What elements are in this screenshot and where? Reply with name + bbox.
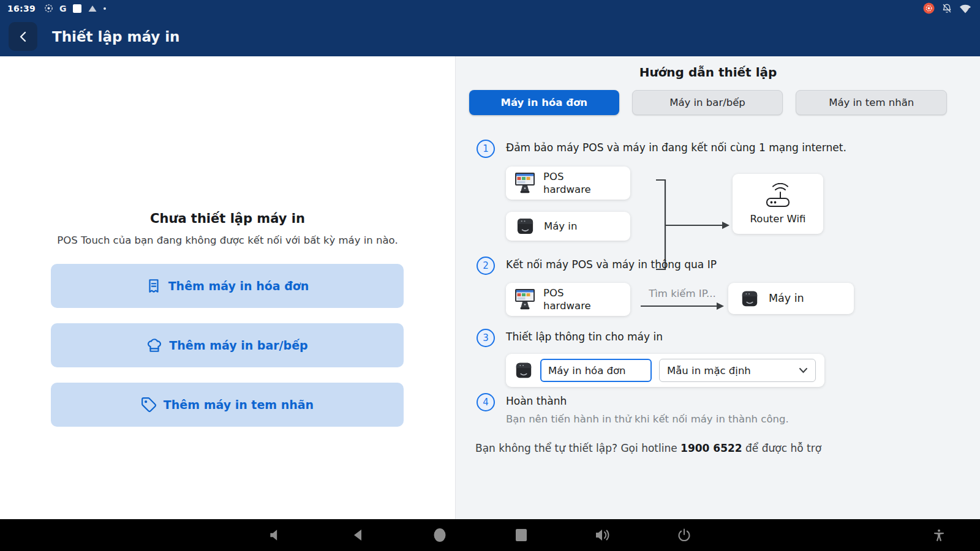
svg-text:4: 4 — [968, 7, 971, 12]
tab-label-printer[interactable]: Máy in tem nhãn — [796, 90, 947, 115]
find-ip-label: Tìm kiếm IP... — [639, 288, 725, 299]
printer-label: Máy in — [769, 292, 804, 305]
upload-triangle-icon — [88, 5, 97, 12]
pos-hardware-label: POS hardware — [543, 170, 611, 196]
no-printer-panel: Chưa thiết lập máy in POS Touch của bạn … — [0, 56, 455, 519]
printer-card: Máy in — [506, 212, 630, 241]
router-icon — [764, 183, 792, 209]
step-2-number: 2 — [477, 257, 495, 275]
setup-guide-panel: Hướng dẫn thiết lập Máy in hóa đơn Máy i… — [455, 56, 980, 519]
hotline-prefix: Bạn không thể tự thiết lập? Gọi hotline — [475, 442, 680, 454]
step-3-number: 3 — [477, 329, 495, 347]
pos-terminal-image — [514, 172, 535, 194]
pos-terminal-image — [514, 288, 535, 310]
clock: 16:39 — [7, 4, 36, 13]
printer-type-tabs: Máy in hóa đơn Máy in bar/bếp Máy in tem… — [469, 90, 947, 115]
tab-receipt-printer[interactable]: Máy in hóa đơn — [469, 90, 619, 115]
volume-up-button[interactable] — [594, 527, 611, 543]
select-value: Mẫu in mặc định — [667, 365, 751, 377]
app-header: Thiết lập máy in — [0, 17, 980, 56]
printer-label: Máy in — [544, 220, 577, 233]
home-button[interactable] — [432, 527, 447, 543]
back-button[interactable] — [9, 22, 37, 51]
wifi-icon: 4 — [959, 4, 971, 13]
add-label-printer-button[interactable]: Thêm máy in tem nhãn — [51, 383, 404, 427]
android-nav-bar — [0, 519, 980, 551]
router-wifi-label: Router Wifi — [750, 212, 806, 225]
step-4-text: Hoàn thành — [506, 395, 567, 407]
printer-image — [514, 361, 533, 380]
volume-down-button[interactable] — [268, 527, 284, 543]
pos-hardware-card-2: POS hardware — [506, 283, 630, 316]
power-button[interactable] — [677, 528, 692, 542]
dot-notification-icon — [104, 7, 106, 10]
add-receipt-printer-button[interactable]: Thêm máy in hóa đơn — [51, 264, 404, 308]
printer-setup-screen: 16:39 G 4 Thiết — [0, 0, 980, 551]
tab-kitchen-printer[interactable]: Máy in bar/bếp — [632, 90, 783, 115]
ip-arrow — [639, 301, 726, 311]
chevron-down-icon — [799, 367, 808, 373]
step-1-number: 1 — [477, 140, 495, 158]
recents-button[interactable] — [514, 528, 528, 542]
guide-title: Hướng dẫn thiết lập — [469, 65, 947, 80]
hotline-number: 1900 6522 — [680, 442, 742, 454]
square-notification-icon — [73, 4, 81, 13]
step-4-number: 4 — [477, 393, 495, 411]
step-3-text: Thiết lập thông tin cho máy in — [506, 331, 663, 343]
printer-card-2: Máy in — [728, 283, 854, 314]
add-kitchen-printer-button[interactable]: Thêm máy in bar/bếp — [51, 323, 404, 367]
printer-image — [741, 290, 759, 308]
printer-name-input[interactable]: Máy in hóa đơn — [540, 359, 652, 382]
step-1-text: Đảm bảo máy POS và máy in đang kết nối c… — [506, 141, 846, 154]
print-template-select[interactable]: Mẫu in mặc định — [659, 359, 816, 382]
pos-hardware-card: POS hardware — [506, 167, 630, 200]
empty-state-subtitle: POS Touch của bạn đang không được kết nố… — [0, 234, 455, 246]
notifications-off-icon — [941, 3, 952, 14]
router-wifi-card: Router Wifi — [733, 174, 823, 234]
accessibility-button[interactable] — [932, 528, 946, 542]
chevron-left-icon — [18, 31, 29, 42]
google-app-icon: G — [59, 4, 67, 13]
printer-config-card: Máy in hóa đơn Mẫu in mặc định — [506, 354, 824, 387]
tag-icon — [141, 397, 157, 413]
button-label: Thêm máy in tem nhãn — [164, 398, 314, 411]
receipt-icon — [146, 278, 162, 294]
back-button-nav[interactable] — [351, 528, 366, 542]
empty-state-title: Chưa thiết lập máy in — [0, 211, 455, 226]
hotline-text: Bạn không thể tự thiết lập? Gọi hotline … — [475, 442, 821, 454]
step-2-text: Kết nối máy POS và máy in thông qua IP — [506, 258, 717, 271]
status-bar: 16:39 G 4 — [0, 0, 980, 17]
chef-hat-icon — [146, 337, 162, 353]
pos-hardware-label: POS hardware — [543, 287, 611, 312]
button-label: Thêm máy in hóa đơn — [168, 279, 309, 293]
screen-record-icon — [44, 4, 53, 13]
connection-bracket-arrow — [636, 171, 734, 301]
button-label: Thêm máy in bar/bếp — [169, 339, 307, 352]
hotline-suffix: để được hỗ trợ — [742, 442, 821, 454]
recording-badge-icon — [923, 2, 935, 14]
page-title: Thiết lập máy in — [52, 29, 179, 45]
step-4-subtext: Bạn nên tiến hành in thử khi kết nối máy… — [506, 413, 789, 425]
printer-image — [516, 217, 535, 236]
